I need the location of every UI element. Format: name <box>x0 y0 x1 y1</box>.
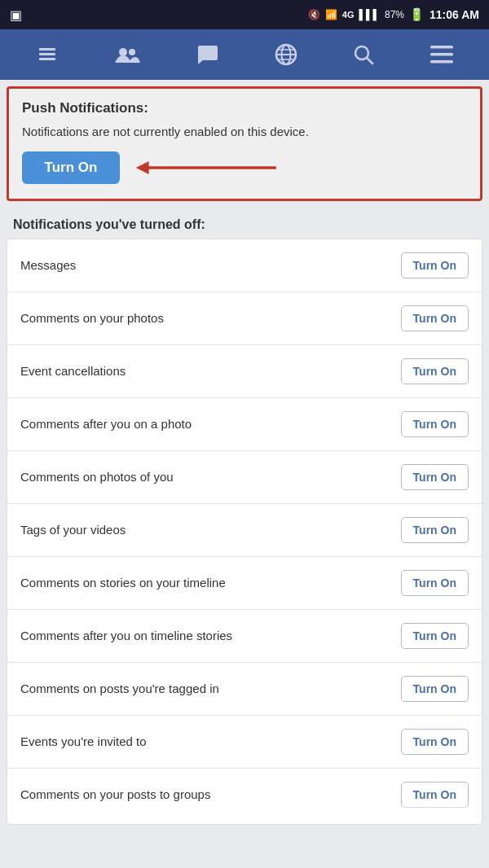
notification-label: Comments on photos of you <box>20 469 401 485</box>
notification-item: Event cancellationsTurn On <box>7 345 482 398</box>
notifications-list: MessagesTurn OnComments on your photosTu… <box>7 239 482 825</box>
notification-label: Tags of your videos <box>20 522 401 538</box>
svg-rect-12 <box>430 46 453 49</box>
notification-label: Messages <box>20 257 401 274</box>
notification-label: Comments on your photos <box>20 310 401 327</box>
notification-label: Comments after you on timeline stories <box>20 628 401 644</box>
notification-turn-on-button[interactable]: Turn On <box>401 305 469 331</box>
notification-turn-on-button[interactable]: Turn On <box>401 729 469 755</box>
notification-label: Comments after you on a photo <box>20 416 401 432</box>
hamburger-menu-icon[interactable] <box>421 39 463 70</box>
push-banner-actions: Turn On <box>22 151 467 184</box>
notification-turn-on-button[interactable]: Turn On <box>401 411 469 437</box>
network-type: 4G <box>342 10 355 20</box>
svg-rect-0 <box>39 48 55 50</box>
notification-item: Events you're invited toTurn On <box>7 716 482 769</box>
notification-item: Comments after you on timeline storiesTu… <box>7 610 482 663</box>
notification-turn-on-button[interactable]: Turn On <box>401 252 469 278</box>
push-turn-on-button[interactable]: Turn On <box>22 151 120 184</box>
svg-marker-16 <box>136 161 149 174</box>
battery-icon: 🔋 <box>409 7 425 22</box>
notification-item: Comments on your posts to groupsTurn On <box>7 769 482 824</box>
wifi-icon: 📶 <box>325 9 337 20</box>
notification-turn-on-button[interactable]: Turn On <box>401 782 469 808</box>
notification-turn-on-button[interactable]: Turn On <box>401 623 469 649</box>
notification-item: Comments on your photosTurn On <box>7 292 482 345</box>
svg-rect-14 <box>430 60 453 64</box>
svg-rect-13 <box>430 53 453 56</box>
notification-item: Comments after you on a photoTurn On <box>7 398 482 451</box>
status-bar: ▣ 🔇 📶 4G ▌▌▌ 87% 🔋 11:06 AM <box>0 0 489 29</box>
messenger-icon[interactable] <box>187 37 229 72</box>
notification-item: Comments on posts you're tagged inTurn O… <box>7 663 482 716</box>
svg-line-11 <box>367 58 372 64</box>
svg-point-4 <box>129 49 135 55</box>
notification-label: Event cancellations <box>20 363 401 379</box>
svg-rect-2 <box>39 58 55 60</box>
screen-icon: ▣ <box>10 7 22 23</box>
svg-point-3 <box>119 48 127 56</box>
notification-item: Comments on stories on your timelineTurn… <box>7 557 482 610</box>
mute-icon: 🔇 <box>308 9 320 20</box>
notification-label: Comments on posts you're tagged in <box>20 681 401 697</box>
clock: 11:06 AM <box>430 8 479 21</box>
search-icon[interactable] <box>343 37 384 72</box>
push-notifications-banner: Push Notifications: Notifications are no… <box>7 86 482 201</box>
notification-turn-on-button[interactable]: Turn On <box>401 676 469 702</box>
notification-turn-on-button[interactable]: Turn On <box>401 517 469 543</box>
notification-turn-on-button[interactable]: Turn On <box>401 358 469 384</box>
notification-turn-on-button[interactable]: Turn On <box>401 464 469 490</box>
arrow-indicator <box>134 156 281 180</box>
battery-percent: 87% <box>385 9 404 20</box>
notification-label: Events you're invited to <box>20 734 401 750</box>
globe-icon[interactable] <box>265 37 307 72</box>
home-icon[interactable] <box>26 38 68 71</box>
push-banner-title: Push Notifications: <box>22 100 467 116</box>
nav-bar <box>0 29 489 80</box>
notification-label: Comments on your posts to groups <box>20 787 401 803</box>
status-icons: 🔇 📶 4G ▌▌▌ 87% 🔋 11:06 AM <box>308 7 479 22</box>
notification-item: Tags of your videosTurn On <box>7 504 482 557</box>
section-header: Notifications you've turned off: <box>0 208 489 239</box>
notification-label: Comments on stories on your timeline <box>20 575 401 591</box>
svg-rect-1 <box>39 53 55 55</box>
signal-icon: ▌▌▌ <box>359 9 381 20</box>
push-banner-description: Notifications are not currently enabled … <box>22 123 467 140</box>
notification-item: Comments on photos of youTurn On <box>7 451 482 504</box>
friends-icon[interactable] <box>104 38 150 71</box>
notification-item: MessagesTurn On <box>7 239 482 292</box>
notification-turn-on-button[interactable]: Turn On <box>401 570 469 596</box>
